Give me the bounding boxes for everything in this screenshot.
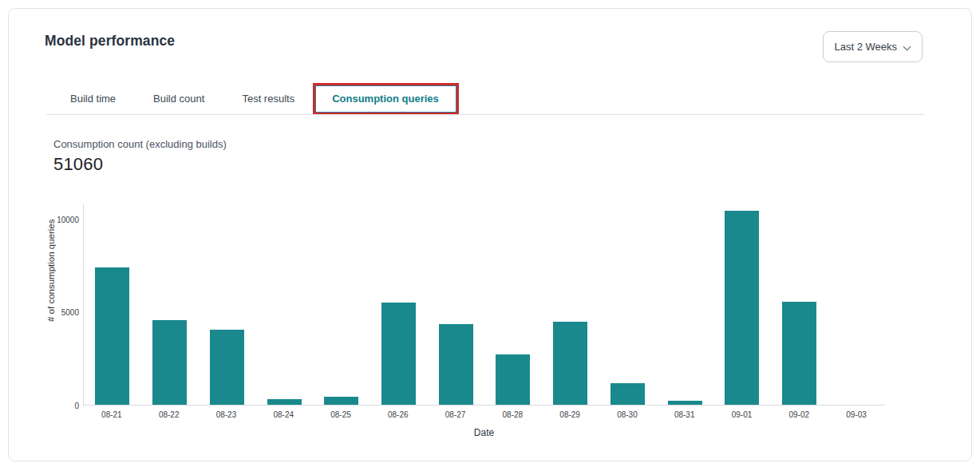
x-tick-label: 08-28 <box>484 410 541 419</box>
bar-slot <box>713 204 771 405</box>
tab-build-time[interactable]: Build time <box>70 92 116 106</box>
bar-slot <box>84 204 141 405</box>
page-title: Model performance <box>45 33 175 49</box>
time-range-value: Last 2 Weeks <box>834 41 897 53</box>
x-axis-label: Date <box>83 427 885 438</box>
x-tick-label: 08-22 <box>140 410 198 419</box>
bar-08-21[interactable] <box>95 267 129 405</box>
y-tick-label: 0 <box>74 402 79 410</box>
x-tick-label: 08-30 <box>599 410 656 419</box>
tab-test-results[interactable]: Test results <box>242 92 294 106</box>
metric-value: 51060 <box>53 154 227 175</box>
bar-08-26[interactable] <box>381 303 416 405</box>
bar-slot <box>141 204 199 405</box>
consumption-queries-chart: # of consumption queries 0500010000 08-2… <box>9 204 973 444</box>
bar-slot <box>484 204 542 405</box>
x-tick-label: 08-24 <box>255 410 312 419</box>
tabs-divider <box>46 114 924 115</box>
x-tick-label: 09-03 <box>828 410 885 419</box>
y-tick-label: 5000 <box>61 308 79 317</box>
bar-08-27[interactable] <box>439 324 473 405</box>
bar-09-02[interactable] <box>782 302 816 405</box>
bar-08-29[interactable] <box>553 322 587 405</box>
x-tick-label: 08-25 <box>312 410 369 419</box>
bar-09-01[interactable] <box>725 211 759 405</box>
annotation-highlight-box <box>313 83 459 115</box>
bar-slot <box>599 204 656 405</box>
bar-slot <box>198 204 255 405</box>
bar-slot <box>370 204 428 405</box>
x-tick-label: 09-01 <box>713 410 771 419</box>
model-performance-panel: Model performance Last 2 Weeks Build tim… <box>8 8 972 461</box>
x-tick-label: 08-27 <box>427 410 484 419</box>
x-tick-label: 08-29 <box>541 410 599 419</box>
bar-slot <box>427 204 484 405</box>
bar-08-31[interactable] <box>668 401 702 405</box>
bar-slot <box>771 204 828 405</box>
y-tick-label: 10000 <box>57 216 79 224</box>
bar-08-25[interactable] <box>324 397 358 405</box>
bar-08-22[interactable] <box>152 320 187 405</box>
metric-block: Consumption count (excluding builds) 510… <box>53 138 227 175</box>
chevron-down-icon <box>904 42 911 49</box>
x-tick-label: 08-26 <box>369 410 427 419</box>
x-tick-label: 08-31 <box>656 410 713 419</box>
metric-label: Consumption count (excluding builds) <box>53 138 227 150</box>
tab-build-count[interactable]: Build count <box>153 92 204 106</box>
bar-slot <box>828 204 885 405</box>
x-tick-label: 08-23 <box>198 410 255 419</box>
plot-area <box>83 204 885 406</box>
bar-slot <box>255 204 313 405</box>
bar-08-28[interactable] <box>496 354 530 405</box>
x-axis-ticks: 08-2108-2208-2308-2408-2508-2608-2708-28… <box>83 410 885 419</box>
tab-bar: Build timeBuild countTest resultsConsump… <box>70 92 439 106</box>
bar-slot <box>313 204 370 405</box>
bar-slot <box>542 204 599 405</box>
time-range-dropdown[interactable]: Last 2 Weeks <box>823 31 923 62</box>
bar-08-30[interactable] <box>611 383 645 405</box>
x-tick-label: 08-21 <box>83 410 140 419</box>
bar-08-23[interactable] <box>210 330 244 405</box>
tab-consumption-queries[interactable]: Consumption queries <box>332 92 439 106</box>
y-axis-ticks: 0500010000 <box>9 204 79 406</box>
bar-08-24[interactable] <box>267 399 302 405</box>
x-tick-label: 09-02 <box>770 410 828 419</box>
bar-slot <box>656 204 713 405</box>
